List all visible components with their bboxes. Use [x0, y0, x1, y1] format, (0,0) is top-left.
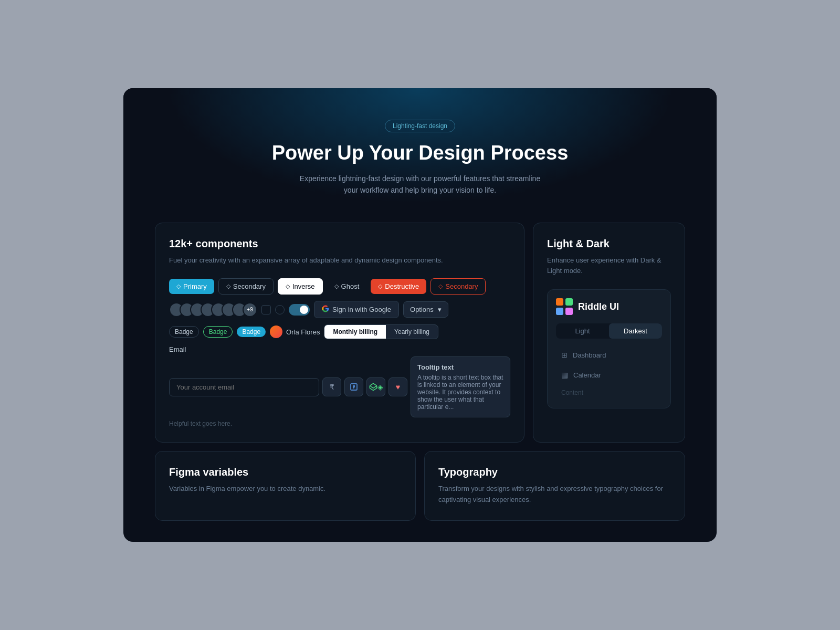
google-signin-button[interactable]: Sign in with Google: [314, 301, 399, 318]
typography-title: Typography: [438, 466, 671, 478]
nav-item-dashboard[interactable]: ⊞ Dashboard: [556, 346, 662, 364]
row2: +9 Sign in wi: [169, 301, 510, 318]
figma-desc: Variables in Figma empower you to create…: [169, 484, 402, 495]
calendar-icon: ▦: [561, 371, 568, 379]
avatar-count: +9: [243, 302, 257, 317]
typography-card: Typography Transform your designs with s…: [424, 451, 685, 521]
input-helper-text: Helpful text goes here.: [169, 420, 510, 427]
content-label: Content: [556, 386, 662, 400]
row3: Badge Badge Badge Orla Flores Monthly bi…: [169, 324, 510, 339]
badge-default: Badge: [169, 326, 199, 338]
google-signin-label: Sign in with Google: [332, 306, 391, 313]
user-chip: Orla Flores: [270, 326, 320, 338]
email-input-row: ₹ ◈ ♥ Tooltip text A tooltip is a short …: [169, 356, 510, 417]
hero-subtitle: Experience lightning-fast design with ou…: [294, 173, 546, 196]
svg-rect-2: [556, 298, 563, 306]
light-dark-title: Light & Dark: [547, 238, 671, 250]
dashboard-icon: ⊞: [561, 351, 568, 359]
options-select[interactable]: Options ▾: [403, 301, 448, 318]
radio-button[interactable]: [275, 305, 285, 314]
theme-tabs: Light Darkest: [556, 323, 662, 339]
badge-green: Badge: [203, 326, 233, 338]
svg-rect-4: [556, 308, 563, 315]
chevron-down-icon: ▾: [438, 306, 442, 313]
tooltip-text: A tooltip is a short text box that is li…: [417, 374, 503, 411]
riddle-logo: Riddle UI: [556, 298, 662, 315]
checkbox-wrapper: [261, 304, 310, 316]
primary-button[interactable]: Primary: [169, 279, 214, 294]
cards-row-main: 12k+ components Fuel your creativity wit…: [123, 223, 717, 452]
svg-rect-3: [565, 298, 573, 306]
email-input[interactable]: [169, 378, 319, 396]
ghost-button[interactable]: Ghost: [327, 279, 367, 294]
riddle-ui-demo: Riddle UI Light Darkest ⊞ Dashboard ▦ Ca…: [547, 289, 671, 408]
icon-button-4[interactable]: ♥: [388, 377, 407, 396]
components-card-title: 12k+ components: [169, 238, 510, 250]
tooltip-title: Tooltip text: [417, 363, 503, 371]
hero-badge: Lighting-fast design: [385, 120, 455, 132]
components-card-desc: Fuel your creativity with an expansive a…: [169, 255, 510, 266]
secondary-red-button[interactable]: Secondary: [430, 278, 486, 295]
toggle-switch[interactable]: [289, 304, 310, 316]
hero-title: Power Up Your Design Process: [144, 142, 696, 164]
buttons-row: Primary Secondary Inverse Ghost Destruct…: [169, 278, 510, 295]
figma-title: Figma variables: [169, 466, 402, 478]
cards-row-bottom: Figma variables Variables in Figma empow…: [123, 451, 717, 542]
typography-desc: Transform your designs with stylish and …: [438, 484, 671, 506]
darkest-theme-tab[interactable]: Darkest: [609, 323, 662, 339]
secondary-button[interactable]: Secondary: [218, 278, 274, 295]
billing-tabs: Monthly billing Yearly billing: [324, 324, 438, 339]
icon-button-2[interactable]: [344, 377, 363, 396]
monthly-billing-tab[interactable]: Monthly billing: [324, 325, 386, 339]
svg-rect-5: [565, 308, 573, 315]
email-label: Email: [169, 345, 510, 353]
light-dark-desc: Enhance user experience with Dark & Ligh…: [547, 255, 671, 277]
checkbox[interactable]: [261, 305, 271, 314]
riddle-logo-text: Riddle UI: [578, 301, 619, 312]
hero-section: Lighting-fast design Power Up Your Desig…: [123, 88, 717, 223]
icon-button-1[interactable]: ₹: [322, 377, 341, 396]
icon-button-3[interactable]: ◈: [366, 377, 385, 396]
avatar-stack: +9: [169, 302, 257, 317]
light-dark-card: Light & Dark Enhance user experience wit…: [533, 223, 685, 443]
email-input-group: Email ₹ ◈ ♥ Tooltip text A toolt: [169, 345, 510, 427]
figma-variables-card: Figma variables Variables in Figma empow…: [155, 451, 416, 521]
user-avatar: [270, 326, 282, 338]
google-icon: [322, 305, 329, 314]
components-card: 12k+ components Fuel your creativity wit…: [155, 223, 524, 443]
badge-blue: Badge: [237, 327, 266, 337]
nav-item-calendar[interactable]: ▦ Calendar: [556, 366, 662, 384]
destructive-button[interactable]: Destructive: [371, 279, 426, 294]
user-name: Orla Flores: [286, 328, 320, 336]
inverse-button[interactable]: Inverse: [278, 278, 323, 295]
yearly-billing-tab[interactable]: Yearly billing: [386, 325, 438, 339]
tooltip-box: Tooltip text A tooltip is a short text b…: [411, 356, 510, 417]
main-window: Lighting-fast design Power Up Your Desig…: [123, 88, 717, 542]
light-theme-tab[interactable]: Light: [556, 323, 609, 339]
